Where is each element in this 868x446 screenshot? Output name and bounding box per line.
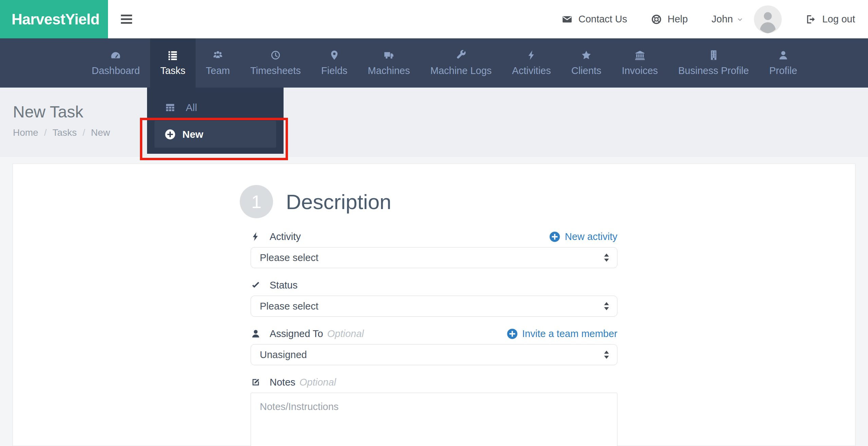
logout-label: Log out xyxy=(822,14,855,25)
sign-out-icon xyxy=(806,14,816,25)
life-ring-icon xyxy=(651,14,662,25)
help-label: Help xyxy=(668,14,688,25)
gauge-icon xyxy=(110,50,121,61)
user-icon xyxy=(778,50,789,61)
nav-item-activities[interactable]: Activities xyxy=(502,38,561,88)
star-icon xyxy=(581,50,592,61)
select-caret-icon xyxy=(604,254,609,262)
help-link[interactable]: Help xyxy=(651,14,688,25)
breadcrumb-tasks[interactable]: Tasks xyxy=(52,127,77,138)
invite-team-member-link[interactable]: Invite a team member xyxy=(507,328,617,339)
user-menu[interactable]: John xyxy=(711,14,744,25)
nav-item-machine-logs[interactable]: Machine Logs xyxy=(420,38,502,88)
map-marker-icon xyxy=(329,50,340,61)
bank-icon xyxy=(634,50,646,61)
activity-field-label-row: Activity New activity xyxy=(251,231,617,242)
nav-item-machines[interactable]: Machines xyxy=(358,38,420,88)
nav-item-team[interactable]: Team xyxy=(196,38,240,88)
breadcrumb-home[interactable]: Home xyxy=(13,127,38,138)
notes-field-label-row: Notes Optional xyxy=(251,376,617,388)
nav-item-fields[interactable]: Fields xyxy=(311,38,358,88)
logout-link[interactable]: Log out xyxy=(806,14,855,25)
nav-label: Activities xyxy=(512,65,551,76)
nav-label: Timesheets xyxy=(250,65,301,76)
new-task-card: 1 Description Activity New activity Ple xyxy=(13,164,855,446)
brand-name: HarvestYield xyxy=(12,11,100,28)
invite-team-member-label: Invite a team member xyxy=(522,328,617,339)
topbar: HarvestYield Contact Us Help John xyxy=(0,0,868,38)
dropdown-item-label: All xyxy=(186,102,197,113)
avatar[interactable] xyxy=(754,5,782,33)
notes-label: Notes xyxy=(270,377,295,388)
nav-label: Machines xyxy=(368,65,410,76)
contact-us-link[interactable]: Contact Us xyxy=(562,14,627,25)
plus-circle-icon xyxy=(507,328,518,339)
plus-circle-icon xyxy=(549,231,560,242)
tasks-dropdown-item-new[interactable]: New xyxy=(155,121,276,148)
user-name: John xyxy=(711,14,733,25)
nav-item-clients[interactable]: Clients xyxy=(561,38,612,88)
nav-label: Profile xyxy=(769,65,797,76)
nav-label: Fields xyxy=(321,65,347,76)
nav-label: Team xyxy=(206,65,230,76)
nav-item-timesheets[interactable]: Timesheets xyxy=(240,38,311,88)
step-header: 1 Description xyxy=(240,185,617,218)
building-icon xyxy=(708,50,719,61)
activity-select[interactable]: Please select xyxy=(251,247,617,268)
notes-textarea[interactable] xyxy=(251,393,617,446)
select-caret-icon xyxy=(604,302,609,310)
bolt-icon xyxy=(251,231,261,242)
chevron-down-icon xyxy=(736,16,744,23)
status-field-label-row: Status xyxy=(251,279,617,291)
nav-item-business-profile[interactable]: Business Profile xyxy=(668,38,759,88)
truck-icon xyxy=(383,50,395,61)
main-navbar: Dashboard Tasks Team Timesheets Fields M… xyxy=(0,38,868,88)
nav-item-tasks[interactable]: Tasks xyxy=(150,38,196,88)
plus-circle-icon xyxy=(165,129,176,140)
nav-item-dashboard[interactable]: Dashboard xyxy=(82,38,150,88)
page-title: New Task xyxy=(13,103,868,121)
bolt-icon xyxy=(526,50,537,61)
assigned-to-select-value: Unasigned xyxy=(260,349,307,360)
nav-label: Tasks xyxy=(160,65,185,76)
breadcrumb-separator: / xyxy=(44,127,47,138)
dropdown-item-label: New xyxy=(182,129,203,140)
nav-label: Dashboard xyxy=(92,65,140,76)
status-select[interactable]: Please select xyxy=(251,296,617,317)
user-icon xyxy=(251,329,261,339)
nav-item-invoices[interactable]: Invoices xyxy=(612,38,668,88)
clock-icon xyxy=(270,50,281,61)
new-activity-link[interactable]: New activity xyxy=(549,231,617,242)
assigned-to-field-label-row: Assigned To Optional Invite a team membe… xyxy=(251,328,617,339)
nav-label: Business Profile xyxy=(678,65,749,76)
select-caret-icon xyxy=(604,351,609,359)
assigned-to-label: Assigned To xyxy=(270,328,323,339)
menu-toggle[interactable] xyxy=(121,15,132,24)
status-label: Status xyxy=(270,280,297,291)
status-select-value: Please select xyxy=(260,301,319,312)
breadcrumb-separator: / xyxy=(83,127,85,138)
brand-logo[interactable]: HarvestYield xyxy=(0,0,108,38)
nav-label: Machine Logs xyxy=(430,65,492,76)
new-task-form: 1 Description Activity New activity Ple xyxy=(251,164,617,446)
table-icon xyxy=(165,102,176,113)
tasks-dropdown-item-all[interactable]: All xyxy=(147,97,284,118)
step-number-badge: 1 xyxy=(240,185,273,218)
page-header: New Task Home / Tasks / New xyxy=(0,88,868,156)
nav-label: Invoices xyxy=(622,65,658,76)
activity-label: Activity xyxy=(270,231,301,242)
nav-item-profile[interactable]: Profile xyxy=(759,38,807,88)
contact-us-label: Contact Us xyxy=(578,14,627,25)
hamburger-icon xyxy=(121,15,132,16)
topbar-right: Contact Us Help John Log out xyxy=(538,5,868,33)
users-icon xyxy=(212,50,223,61)
activity-select-value: Please select xyxy=(260,252,319,263)
notes-optional: Optional xyxy=(300,377,336,388)
pencil-square-icon xyxy=(251,377,261,387)
nav-label: Clients xyxy=(571,65,601,76)
assigned-to-select[interactable]: Unasigned xyxy=(251,344,617,365)
list-icon xyxy=(167,50,178,61)
assigned-to-optional: Optional xyxy=(327,328,364,339)
section-title: Description xyxy=(286,190,391,214)
breadcrumb-current: New xyxy=(91,127,110,138)
